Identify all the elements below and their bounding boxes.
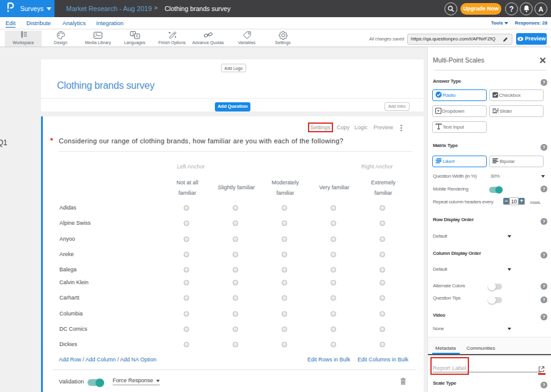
svg-text:A: A [135, 34, 138, 38]
